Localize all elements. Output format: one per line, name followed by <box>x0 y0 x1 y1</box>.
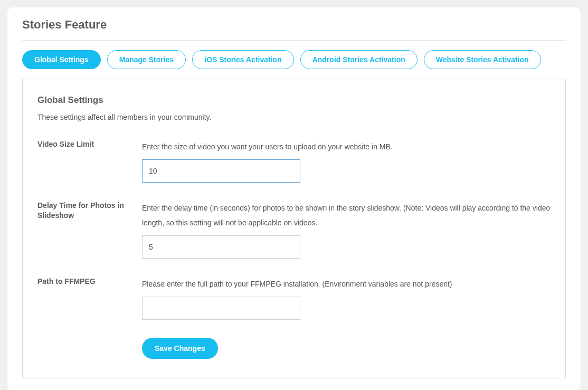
tab-global-settings[interactable]: Global Settings <box>22 50 101 69</box>
video-size-label: Video Size Limit <box>37 139 142 149</box>
video-size-content: Enter the size of video you want your us… <box>142 139 551 183</box>
submit-row: Save Changes <box>142 338 551 359</box>
save-changes-button[interactable]: Save Changes <box>142 338 218 359</box>
section-description: These settings affect all members in you… <box>37 113 551 121</box>
delay-time-input[interactable] <box>142 235 300 259</box>
delay-time-help: Enter the delay time (in seconds) for ph… <box>142 201 551 230</box>
page-title: Stories Feature <box>22 18 566 41</box>
tab-manage-stories[interactable]: Manage Stories <box>107 50 186 69</box>
ffmpeg-path-help: Please enter the full path to your FFMPE… <box>142 277 551 291</box>
ffmpeg-path-label: Path to FFMPEG <box>37 277 142 287</box>
tab-website-activation[interactable]: Website Stories Activation <box>424 50 541 69</box>
video-size-help: Enter the size of video you want your us… <box>142 139 551 154</box>
tabs-container: Global Settings Manage Stories iOS Stori… <box>22 50 566 69</box>
ffmpeg-path-content: Please enter the full path to your FFMPE… <box>142 277 551 320</box>
video-size-input[interactable] <box>142 159 300 183</box>
settings-card: Stories Feature Global Settings Manage S… <box>7 7 581 390</box>
field-row-delay-time: Delay Time for Photos in Slideshow Enter… <box>37 201 551 259</box>
settings-panel: Global Settings These settings affect al… <box>22 79 566 378</box>
field-row-video-size: Video Size Limit Enter the size of video… <box>37 139 551 183</box>
delay-time-content: Enter the delay time (in seconds) for ph… <box>142 201 551 259</box>
tab-android-activation[interactable]: Android Stories Activation <box>300 50 418 69</box>
delay-time-label: Delay Time for Photos in Slideshow <box>37 201 142 221</box>
tab-ios-activation[interactable]: iOS Stories Activation <box>192 50 294 69</box>
ffmpeg-path-input[interactable] <box>142 297 300 320</box>
field-row-ffmpeg-path: Path to FFMPEG Please enter the full pat… <box>37 277 551 320</box>
section-title: Global Settings <box>37 95 551 106</box>
